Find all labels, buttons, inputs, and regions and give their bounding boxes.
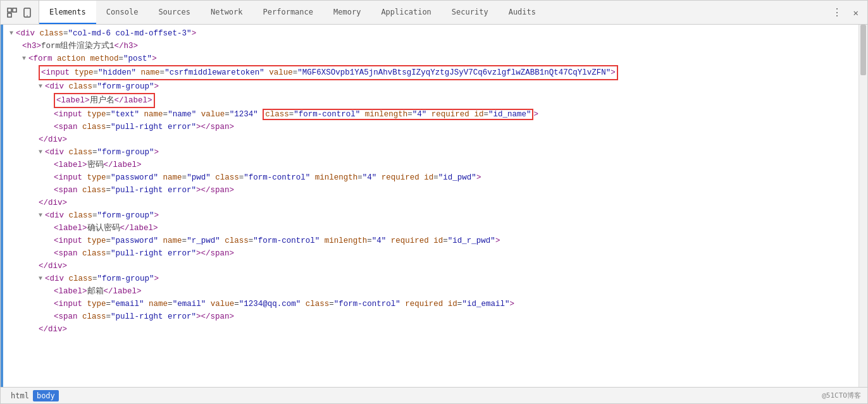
code-line-10: ▼ <div class="form-group"> — [3, 146, 859, 159]
device-icon[interactable] — [21, 6, 34, 19]
svg-rect-1 — [8, 13, 11, 17]
code-line-16: <label>确认密码</label> — [3, 222, 859, 235]
code-line-21: <label>邮箱</label> — [3, 285, 859, 298]
code-viewer[interactable]: ▼ <div class="col-md-6 col-md-offset-3">… — [3, 25, 859, 387]
code-line-6: <label>用户名</label> — [3, 93, 859, 108]
code-line-24: </div> — [3, 323, 859, 336]
tab-security[interactable]: Security — [442, 1, 499, 24]
code-line-19: </div> — [3, 260, 859, 272]
breadcrumb-body[interactable]: body — [33, 390, 59, 401]
close-devtools-icon[interactable]: ✕ — [850, 6, 862, 19]
tab-memory[interactable]: Memory — [323, 1, 371, 24]
right-toolbar-icons: ⋮ ✕ — [828, 5, 867, 20]
code-line-18: <span class="pull-right error"></span> — [3, 247, 859, 260]
main-content: ▼ <div class="col-md-6 col-md-offset-3">… — [1, 25, 867, 387]
tab-sources[interactable]: Sources — [148, 1, 201, 24]
toolbar-icons — [1, 1, 39, 24]
watermark: @51CTO博客 — [822, 391, 861, 400]
code-line-2: <h3>form组件渲染方式1</h3> — [3, 40, 859, 52]
code-line-14: </div> — [3, 197, 859, 209]
tab-bar: Elements Console Sources Network Perform… — [1, 1, 867, 25]
breadcrumb-html[interactable]: html — [7, 390, 33, 401]
code-line-13: <span class="pull-right error"></span> — [3, 184, 859, 197]
code-line-20: ▼ <div class="form-group"> — [3, 272, 859, 285]
code-line-15: ▼ <div class="form-group"> — [3, 209, 859, 222]
code-line-11: <label>密码</label> — [3, 159, 859, 171]
tab-performance[interactable]: Performance — [253, 1, 323, 24]
inspect-icon[interactable] — [6, 6, 18, 19]
devtools-window: Elements Console Sources Network Perform… — [0, 0, 868, 404]
code-line-23: <span class="pull-right error"></span> — [3, 310, 859, 323]
svg-rect-2 — [13, 8, 16, 12]
code-line-3: ▼ <form action method="post"> — [3, 52, 859, 65]
tab-audits[interactable]: Audits — [499, 1, 546, 24]
tab-network[interactable]: Network — [201, 1, 253, 24]
code-line-12: <input type="password" name="pwd" class=… — [3, 171, 859, 184]
code-line-17: <input type="password" name="r_pwd" clas… — [3, 235, 859, 247]
svg-point-4 — [27, 15, 28, 16]
tab-console[interactable]: Console — [96, 1, 149, 24]
code-line-7: <input type="text" name="name" value="12… — [3, 108, 859, 121]
code-line-9: </div> — [3, 133, 859, 146]
code-line-22: <input type="email" name="email" value="… — [3, 298, 859, 310]
svg-rect-0 — [8, 8, 11, 12]
tab-application[interactable]: Application — [371, 1, 441, 24]
status-bar: html body @51CTO博客 — [1, 387, 867, 403]
code-line-5: ▼ <div class="form-group"> — [3, 80, 859, 93]
right-scrollbar[interactable] — [859, 25, 867, 387]
more-options-icon[interactable]: ⋮ — [828, 5, 846, 20]
code-line-8: <span class="pull-right error"></span> — [3, 121, 859, 133]
tabs-container: Elements Console Sources Network Perform… — [39, 1, 546, 24]
code-line-4: <input type="hidden" name="csrfmiddlewar… — [3, 65, 859, 80]
tab-elements[interactable]: Elements — [39, 1, 96, 24]
code-line-1: ▼ <div class="col-md-6 col-md-offset-3"> — [3, 27, 859, 40]
